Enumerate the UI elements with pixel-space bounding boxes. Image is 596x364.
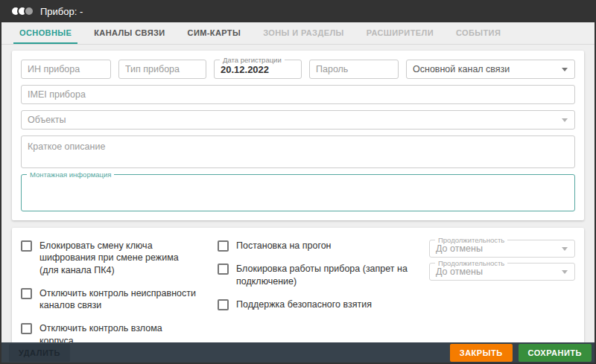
tab-zones-sections: ЗОНЫ И РАЗДЕЛЫ <box>257 22 350 44</box>
options-column-left: Блокировать смену ключа шифрования при с… <box>21 240 198 342</box>
objects-select[interactable]: Объекты <box>21 110 575 130</box>
options-column-right: Продолжительность До отмены Продолжитель… <box>429 240 575 342</box>
tab-sim-cards[interactable]: СИМ-КАРТЫ <box>182 22 247 44</box>
logo-circle-icon <box>24 6 34 16</box>
checkbox-disable-tamper-control[interactable]: Отключить контроль взлома корпуса <box>21 322 198 342</box>
tab-expanders: РАСШИРИТЕЛИ <box>361 22 440 44</box>
main-channel-value: Основной канал связи <box>413 64 510 74</box>
main-content: Дата регистрации Основной канал связи Об… <box>1 45 595 342</box>
titlebar: Прибор: - <box>1 0 595 22</box>
device-type-field[interactable] <box>118 60 206 79</box>
save-button[interactable]: СОХРАНИТЬ <box>519 344 592 362</box>
tab-bar: ОСНОВНЫЕ КАНАЛЫ СВЯЗИ СИМ-КАРТЫ ЗОНЫ И Р… <box>1 22 595 45</box>
checkbox-icon[interactable] <box>21 288 32 299</box>
duration-label: Продолжительность <box>435 259 507 267</box>
checkbox-test-run[interactable]: Постановка на прогон <box>218 240 410 252</box>
chevron-down-icon <box>562 270 568 274</box>
checkbox-disable-channel-fault-control[interactable]: Отключить контроль неисправности каналов… <box>21 287 198 312</box>
duration-select-2: Продолжительность До отмены <box>429 263 575 281</box>
app-logo-icon <box>10 6 34 16</box>
short-description-field[interactable] <box>21 135 575 168</box>
duration-value: До отмены <box>436 243 483 254</box>
device-options-card: Блокировать смену ключа шифрования при с… <box>12 228 584 342</box>
device-form-card: Дата регистрации Основной канал связи Об… <box>12 51 584 220</box>
tab-communication-channels[interactable]: КАНАЛЫ СВЯЗИ <box>88 22 171 44</box>
checkbox-icon[interactable] <box>21 240 32 252</box>
chevron-down-icon <box>562 68 568 71</box>
checkbox-label: Блокировать смену ключа шифрования при с… <box>39 240 198 276</box>
checkbox-block-device-operation[interactable]: Блокировка работы прибора (запрет на под… <box>218 263 410 287</box>
checkbox-safe-arming-support[interactable]: Поддержка безопасного взятия <box>218 298 410 310</box>
checkbox-icon[interactable] <box>218 264 229 275</box>
installation-info-field-wrap: Монтажная информация <box>21 174 575 211</box>
delete-button: УДАЛИТЬ <box>9 344 70 362</box>
device-id-field[interactable] <box>21 60 111 79</box>
window-title: Прибор: - <box>40 6 83 17</box>
registration-date-label: Дата регистрации <box>220 56 285 64</box>
duration-label: Продолжительность <box>435 236 507 244</box>
checkbox-icon[interactable] <box>218 299 229 310</box>
installation-info-label: Монтажная информация <box>27 170 114 179</box>
duration-select-1: Продолжительность До отмены <box>429 240 575 258</box>
options-column-middle: Постановка на прогон Блокировка работы п… <box>218 240 410 342</box>
tab-main[interactable]: ОСНОВНЫЕ <box>13 22 77 44</box>
checkbox-label: Отключить контроль взлома корпуса <box>39 322 198 342</box>
checkbox-label: Постановка на прогон <box>236 240 332 252</box>
tab-events: СОБЫТИЯ <box>450 22 507 44</box>
checkbox-icon[interactable] <box>21 323 32 334</box>
checkbox-block-key-change[interactable]: Блокировать смену ключа шифрования при с… <box>21 240 198 276</box>
chevron-down-icon <box>562 118 568 122</box>
chevron-down-icon <box>562 247 568 251</box>
imei-field[interactable] <box>21 85 575 104</box>
footer-action-bar: УДАЛИТЬ ЗАКРЫТЬ СОХРАНИТЬ <box>1 342 595 364</box>
main-channel-select[interactable]: Основной канал связи <box>406 60 575 79</box>
checkbox-label: Поддержка безопасного взятия <box>236 298 372 310</box>
close-button[interactable]: ЗАКРЫТЬ <box>450 344 513 362</box>
checkbox-icon[interactable] <box>218 240 229 252</box>
checkbox-label: Отключить контроль неисправности каналов… <box>39 287 198 312</box>
password-field[interactable] <box>309 60 399 79</box>
installation-info-field[interactable] <box>22 175 574 211</box>
checkbox-label: Блокировка работы прибора (запрет на под… <box>236 263 410 287</box>
duration-value: До отмены <box>436 266 483 277</box>
objects-placeholder: Объекты <box>28 115 66 125</box>
device-dialog: Прибор: - ОСНОВНЫЕ КАНАЛЫ СВЯЗИ СИМ-КАРТ… <box>0 0 596 364</box>
registration-date-field-wrap: Дата регистрации <box>214 60 302 79</box>
